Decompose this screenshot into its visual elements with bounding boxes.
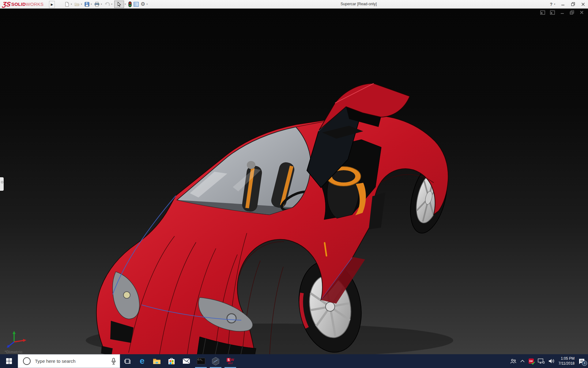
doc-restore-button[interactable]	[569, 10, 575, 15]
document-title: Supercar [Read-only]	[341, 0, 377, 8]
task-view-button[interactable]	[120, 354, 135, 368]
orientation-triad	[6, 330, 28, 349]
minimize-button[interactable]	[560, 2, 565, 7]
help-button[interactable]: ?	[550, 2, 552, 7]
hexagon-app-icon	[212, 357, 220, 366]
traffic-light-icon	[128, 2, 132, 7]
solidworks-monitor-tray-button[interactable]: SW	[529, 358, 534, 364]
microphone-icon[interactable]	[111, 358, 116, 365]
view-orientation-label: *Dimetric	[5, 350, 23, 354]
rebuild-button[interactable]	[128, 1, 132, 8]
taskbar: e	[0, 354, 588, 368]
gear-icon: ⚙	[141, 2, 145, 7]
solidworks-logo[interactable]: ƷS SOLIDWORKS	[2, 0, 43, 8]
edge-icon: e	[140, 357, 145, 365]
save-button[interactable]	[84, 1, 90, 8]
sw-tray-badge: SW	[529, 358, 534, 364]
menu-flyout-button[interactable]: ▶	[49, 1, 55, 8]
save-dropdown-caret[interactable]: ▾	[91, 3, 92, 6]
clock-time: 1:05 PM	[559, 356, 575, 361]
clock-date: 7/11/2018	[559, 361, 575, 366]
doc-close-button[interactable]	[579, 10, 584, 15]
cortana-icon	[23, 357, 31, 365]
titlebar: ƷS SOLIDWORKS ▶ ▾ ▾	[0, 0, 588, 9]
options-button[interactable]: ⚙	[140, 1, 146, 8]
options-dropdown-caret[interactable]: ▾	[146, 3, 148, 6]
car-model	[0, 8, 588, 354]
solidworks-window: ƷS SOLIDWORKS ▶ ▾ ▾	[0, 0, 588, 368]
store-icon	[168, 358, 175, 365]
task-view-icon	[124, 358, 131, 364]
chevron-up-icon	[520, 360, 525, 362]
print-dropdown-caret[interactable]: ▾	[101, 3, 102, 6]
document-window-controls	[540, 10, 584, 15]
start-button[interactable]	[0, 354, 18, 368]
taskbar-apps: e	[120, 354, 238, 368]
window-controls: ? ▾	[550, 0, 586, 8]
network-button[interactable]	[538, 358, 545, 364]
close-icon	[581, 2, 585, 6]
edge-button[interactable]: e	[135, 354, 149, 368]
volume-button[interactable]	[548, 358, 555, 364]
notification-badge: 3	[582, 361, 587, 366]
select-tool-button[interactable]	[114, 1, 124, 8]
new-dropdown-caret[interactable]: ▾	[71, 3, 72, 6]
open-button[interactable]	[74, 1, 80, 8]
search-input[interactable]	[34, 358, 110, 364]
print-icon	[94, 2, 100, 7]
system-tray: SW	[510, 354, 588, 368]
brand-works: WORKS	[26, 2, 43, 7]
people-icon	[510, 359, 516, 364]
command-prompt-button[interactable]: C:\_	[194, 354, 208, 368]
graphics-viewport[interactable]: *Dimetric	[0, 8, 588, 354]
action-center-button[interactable]: 3	[579, 358, 585, 364]
solidworks-2017-icon: S W 2017	[227, 358, 234, 364]
windows-logo-icon	[6, 358, 12, 364]
doc-minimize-button[interactable]	[560, 10, 565, 15]
select-dropdown-caret[interactable]: ▾	[125, 3, 126, 6]
command-prompt-icon: C:\_	[197, 358, 205, 364]
minimize-icon	[561, 2, 565, 6]
restore-button[interactable]	[571, 2, 575, 7]
pane-left-button[interactable]	[540, 10, 545, 15]
mail-icon	[183, 358, 190, 364]
undo-dropdown-caret[interactable]: ▾	[111, 3, 112, 6]
open-dropdown-caret[interactable]: ▾	[81, 3, 82, 6]
store-button[interactable]	[164, 354, 179, 368]
network-icon	[538, 358, 545, 364]
sw-letter-s: S	[227, 358, 231, 362]
people-button[interactable]	[510, 359, 516, 364]
restore-icon	[571, 2, 575, 6]
print-button[interactable]	[94, 1, 100, 8]
sw-year-label: 2017	[228, 362, 233, 364]
solidworks-app-button[interactable]: S W 2017	[223, 354, 238, 368]
undo-button[interactable]	[104, 1, 111, 8]
green-check-icon	[531, 362, 535, 365]
close-button[interactable]	[581, 2, 586, 7]
flyout-arrow-icon: ▶	[51, 3, 53, 6]
mail-button[interactable]	[179, 354, 194, 368]
clock[interactable]: 1:05 PM 7/11/2018	[559, 356, 575, 366]
select-cursor-icon	[117, 2, 121, 7]
save-floppy-icon	[85, 2, 89, 7]
brand-solid: SOLID	[11, 2, 26, 7]
open-folder-icon	[74, 2, 80, 7]
show-hidden-icons-button[interactable]	[520, 360, 525, 362]
new-document-button[interactable]	[64, 1, 70, 8]
help-dropdown-caret[interactable]: ▾	[554, 3, 555, 6]
file-properties-button[interactable]	[133, 1, 139, 8]
quick-toolbar: ▾ ▾ ▾	[64, 0, 149, 8]
sw-letter-w: W	[231, 358, 234, 362]
file-explorer-button[interactable]	[149, 354, 164, 368]
hex-app-button[interactable]	[208, 354, 223, 368]
speaker-icon	[548, 358, 555, 364]
undo-arrow-icon	[104, 2, 110, 6]
solidworks-swoosh-icon: ƷS	[2, 1, 11, 7]
pane-right-button[interactable]	[550, 10, 555, 15]
file-explorer-icon	[153, 358, 161, 364]
taskbar-search[interactable]	[18, 354, 120, 368]
properties-list-icon	[134, 2, 139, 7]
new-document-icon	[65, 2, 70, 7]
